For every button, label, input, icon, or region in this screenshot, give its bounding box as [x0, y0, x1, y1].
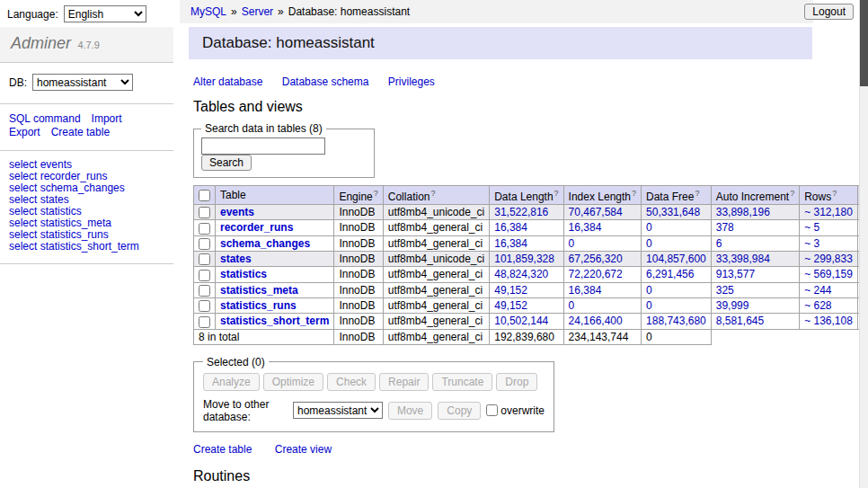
table-name-link[interactable]: statistics_short_term [220, 315, 329, 327]
rows-count-link[interactable]: ~ 569,159 [804, 268, 853, 280]
collation-cell: utf8mb4_unicode_ci [383, 205, 489, 220]
table-name-link[interactable]: states [220, 253, 252, 265]
database-schema-link[interactable]: Database schema [282, 75, 369, 88]
help-icon[interactable]: ? [554, 189, 559, 198]
index-length-cell: 24,166,400 [563, 314, 641, 329]
create-table-link[interactable]: Create table [193, 443, 252, 456]
rows-count-link[interactable]: ~ 312,180 [804, 206, 853, 218]
data-free-cell: 50,331,648 [642, 205, 712, 220]
search-input[interactable] [201, 138, 325, 155]
select-all-checkbox[interactable] [199, 190, 210, 201]
alter-database-link[interactable]: Alter database [193, 75, 262, 88]
overwrite-checkbox[interactable] [486, 404, 498, 416]
app-version: 4.7.9 [77, 40, 99, 50]
repair-button[interactable]: Repair [379, 373, 429, 391]
move-row: Move to other database: homeassistant Mo… [203, 398, 545, 423]
collation-cell: utf8mb4_general_ci [383, 282, 489, 297]
rows-count-link[interactable]: ~ 244 [804, 284, 831, 297]
index-length-cell: 67,256,320 [563, 251, 641, 266]
row-checkbox[interactable] [199, 207, 210, 218]
table-name-link[interactable]: schema_changes [220, 237, 310, 250]
analyze-button[interactable]: Analyze [203, 373, 260, 391]
index-length-cell: 16,384 [563, 282, 641, 297]
total-engine: InnoDB [334, 329, 383, 344]
table-name-link[interactable]: statistics_runs [220, 299, 297, 312]
row-checkbox-cell [194, 205, 216, 220]
total-data-free: 0 [642, 329, 712, 344]
sql-command-link[interactable]: SQL command [9, 112, 81, 125]
collation-cell: utf8mb4_general_ci [383, 235, 489, 251]
rows-count-link[interactable]: ~ 628 [804, 299, 831, 312]
create-view-link[interactable]: Create view [275, 443, 332, 456]
scrollbar[interactable] [859, 0, 868, 488]
breadcrumb-mysql-link[interactable]: MySQL [190, 5, 226, 18]
export-link[interactable]: Export [9, 126, 40, 138]
db-select[interactable]: homeassistant [32, 74, 133, 91]
sidebar-actions: SQL commandImport ExportCreate table [0, 104, 173, 151]
move-db-select[interactable]: homeassistant [293, 402, 383, 419]
truncate-button[interactable]: Truncate [432, 373, 492, 391]
row-checkbox[interactable] [199, 316, 210, 328]
tables-heading: Tables and views [193, 99, 812, 115]
check-button[interactable]: Check [327, 373, 376, 391]
create-table-sidebar-link[interactable]: Create table [51, 126, 110, 138]
data-free-cell: 104,857,600 [642, 251, 712, 266]
help-icon[interactable]: ? [374, 189, 378, 198]
language-select[interactable]: English [64, 5, 146, 22]
copy-button[interactable]: Copy [438, 402, 481, 420]
tables-table: Table Engine? Collation? Data Length? In… [193, 185, 868, 345]
table-name-link[interactable]: statistics_meta [220, 284, 298, 297]
drop-button[interactable]: Drop [496, 373, 537, 391]
table-name-link[interactable]: recorder_runs [220, 221, 293, 234]
help-icon[interactable]: ? [632, 189, 636, 198]
row-checkbox[interactable] [199, 285, 210, 297]
breadcrumb-server-link[interactable]: Server [242, 5, 273, 18]
rows-cell: ~ 244 [800, 282, 858, 297]
rows-count-link[interactable]: ~ 3 [804, 237, 819, 250]
rows-count-link[interactable]: ~ 5 [804, 221, 819, 234]
data-length-cell: 16,384 [490, 235, 563, 251]
rows-cell: ~ 299,833 [800, 251, 858, 266]
logout-button[interactable]: Logout [804, 4, 854, 20]
table-name-link[interactable]: statistics [220, 268, 267, 280]
rows-count-link[interactable]: ~ 299,833 [804, 253, 853, 265]
selected-legend: Selected (0) [203, 356, 269, 368]
data-length-cell: 49,152 [490, 297, 563, 313]
auto-increment-cell: 378 [711, 220, 799, 235]
row-checkbox[interactable] [199, 223, 210, 235]
engine-cell: InnoDB [334, 251, 383, 266]
breadcrumb-current: Database: homeassistant [288, 5, 410, 18]
row-checkbox[interactable] [199, 238, 210, 250]
selected-buttons: Analyze Optimize Check Repair Truncate D… [203, 373, 545, 391]
search-button[interactable]: Search [201, 155, 252, 171]
table-row: schema_changesInnoDButf8mb4_general_ci16… [194, 235, 868, 251]
import-link[interactable]: Import [92, 112, 122, 125]
engine-cell: InnoDB [334, 235, 383, 251]
page-title: Database: homeassistant [189, 27, 812, 59]
collation-cell: utf8mb4_general_ci [383, 297, 489, 313]
scrollbar-thumb[interactable] [860, 0, 868, 86]
sidebar-table-link[interactable]: select statistics_short_term [9, 241, 164, 253]
data-length-cell: 16,384 [490, 220, 563, 235]
help-icon[interactable]: ? [832, 189, 837, 198]
table-name-link[interactable]: events [220, 206, 254, 218]
help-icon[interactable]: ? [695, 189, 699, 198]
search-fieldset: Search data in tables (8) Search [193, 122, 375, 178]
total-data-length: 192,839,680 [490, 329, 563, 344]
help-icon[interactable]: ? [430, 189, 435, 198]
overwrite-option[interactable]: overwrite [486, 404, 545, 417]
table-row: statesInnoDButf8mb4_unicode_ci101,859,32… [194, 251, 868, 266]
optimize-button[interactable]: Optimize [263, 373, 323, 391]
help-icon[interactable]: ? [790, 189, 794, 198]
sidebar: Adminer 4.7.9 DB: homeassistant SQL comm… [0, 27, 180, 264]
row-checkbox[interactable] [199, 270, 210, 281]
row-checkbox[interactable] [199, 300, 210, 312]
privileges-link[interactable]: Privileges [388, 75, 435, 88]
data-free-cell: 0 [642, 282, 712, 297]
rows-count-link[interactable]: ~ 136,108 [804, 315, 853, 327]
auto-increment-cell: 33,898,196 [711, 205, 799, 220]
collation-cell: utf8mb4_general_ci [383, 220, 489, 235]
row-checkbox[interactable] [199, 253, 210, 265]
table-name-cell: schema_changes [216, 235, 334, 251]
move-button[interactable]: Move [388, 402, 432, 420]
